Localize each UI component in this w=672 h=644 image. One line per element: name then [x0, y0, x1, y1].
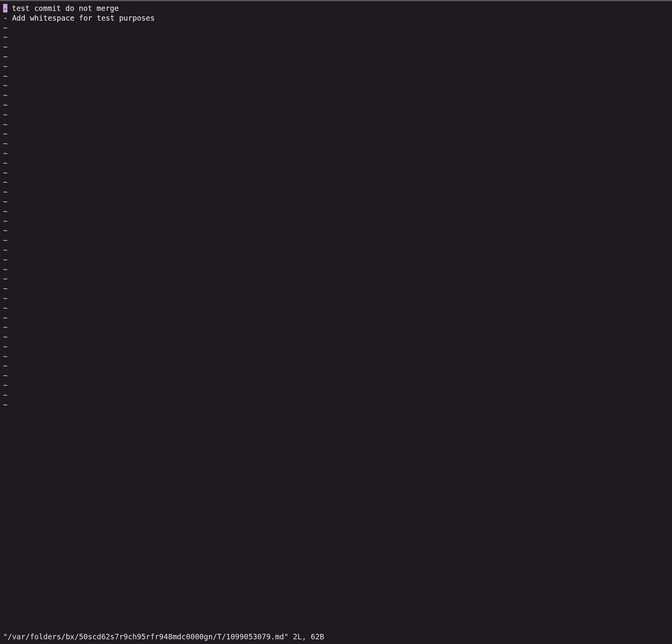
empty-line-marker: ~	[3, 235, 669, 245]
line-prefix: -	[3, 14, 7, 22]
buffer-line[interactable]: - Add whitespace for test purposes	[3, 13, 669, 23]
empty-line-marker: ~	[3, 361, 669, 371]
empty-line-marker: ~	[3, 110, 669, 120]
buffer-line[interactable]: - test commit do not merge	[3, 4, 669, 13]
empty-line-marker: ~	[3, 52, 669, 62]
empty-line-marker: ~	[3, 100, 669, 110]
editor-buffer[interactable]: - test commit do not merge - Add whitesp…	[0, 1, 672, 409]
empty-line-marker: ~	[3, 62, 669, 71]
empty-line-marker: ~	[3, 81, 669, 90]
empty-line-marker: ~	[3, 120, 669, 129]
empty-line-marker: ~	[3, 332, 669, 342]
empty-line-marker: ~	[3, 187, 669, 197]
line-text: Add whitespace for test purposes	[7, 14, 155, 22]
empty-line-marker: ~	[3, 42, 669, 52]
empty-line-marker: ~	[3, 216, 669, 226]
empty-line-marker: ~	[3, 400, 669, 410]
status-filepath: "/var/folders/bx/50scd62s7r9ch95rfr948md…	[3, 632, 288, 641]
empty-line-marker: ~	[3, 32, 669, 42]
status-bar: "/var/folders/bx/50scd62s7r9ch95rfr948md…	[3, 632, 669, 641]
empty-line-marker: ~	[3, 380, 669, 390]
empty-line-marker: ~	[3, 139, 669, 149]
empty-line-marker: ~	[3, 23, 669, 33]
empty-line-marker: ~	[3, 342, 669, 352]
empty-line-marker: ~	[3, 390, 669, 400]
empty-line-marker: ~	[3, 303, 669, 313]
empty-line-marker: ~	[3, 245, 669, 255]
empty-line-marker: ~	[3, 284, 669, 294]
line-text: test commit do not merge	[7, 4, 119, 12]
status-line-count: 2L	[293, 632, 302, 641]
cursor-block: -	[3, 4, 7, 12]
empty-line-marker: ~	[3, 129, 669, 139]
status-byte-count: 62B	[311, 632, 324, 641]
empty-line-marker: ~	[3, 313, 669, 323]
empty-line-marker: ~	[3, 158, 669, 168]
empty-line-marker: ~	[3, 90, 669, 100]
empty-line-marker: ~	[3, 207, 669, 216]
empty-line-marker: ~	[3, 149, 669, 158]
empty-line-marker: ~	[3, 371, 669, 380]
empty-line-marker: ~	[3, 352, 669, 361]
empty-line-marker: ~	[3, 265, 669, 274]
empty-line-marker: ~	[3, 168, 669, 178]
empty-line-marker: ~	[3, 274, 669, 284]
empty-line-marker: ~	[3, 255, 669, 265]
empty-line-marker: ~	[3, 226, 669, 235]
empty-line-marker: ~	[3, 197, 669, 207]
empty-line-marker: ~	[3, 322, 669, 332]
empty-line-marker: ~	[3, 71, 669, 81]
empty-line-marker: ~	[3, 177, 669, 187]
empty-line-marker: ~	[3, 294, 669, 303]
